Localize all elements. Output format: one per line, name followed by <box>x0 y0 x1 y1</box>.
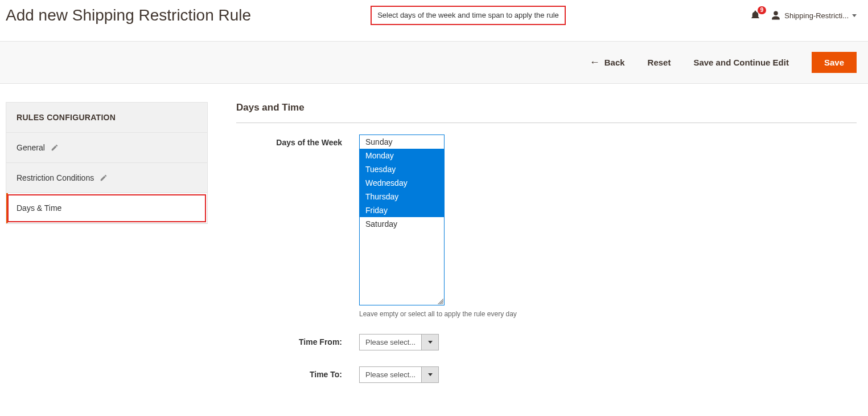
arrow-left-icon: ← <box>590 56 600 68</box>
user-icon <box>771 10 781 21</box>
day-option-wednesday[interactable]: Wednesday <box>360 176 444 190</box>
day-option-friday[interactable]: Friday <box>360 203 444 217</box>
days-hint: Leave empty or select all to apply the r… <box>359 310 857 318</box>
day-option-thursday[interactable]: Thursday <box>360 190 444 203</box>
save-continue-button[interactable]: Save and Continue Edit <box>693 58 789 67</box>
main-content: Days and Time Days of the Week Sunday Mo… <box>236 102 857 399</box>
day-option-saturday[interactable]: Saturday <box>360 217 444 231</box>
username-label: Shipping-Restricti... <box>784 11 849 20</box>
sidebar-title: RULES CONFIGURATION <box>6 103 207 133</box>
form-row-time-to: Time To: Please select... <box>236 366 857 383</box>
header-right: 9 Shipping-Restricti... <box>750 10 857 22</box>
days-multiselect[interactable]: Sunday Monday Tuesday Wednesday Thursday… <box>359 134 445 305</box>
page-title: Add new Shipping Restriction Rule <box>6 6 251 25</box>
sidebar: RULES CONFIGURATION General Restriction … <box>6 102 208 224</box>
time-to-control: Please select... <box>359 366 857 383</box>
time-from-control: Please select... <box>359 334 857 350</box>
sidebar-item-days-time[interactable]: Days & Time <box>6 193 207 223</box>
chevron-down-icon <box>428 373 433 376</box>
days-control: Sunday Monday Tuesday Wednesday Thursday… <box>359 134 857 318</box>
time-from-value: Please select... <box>359 334 422 350</box>
page-header: Add new Shipping Restriction Rule Select… <box>0 0 868 31</box>
time-to-select[interactable]: Please select... <box>359 366 857 383</box>
user-menu[interactable]: Shipping-Restricti... <box>771 10 857 21</box>
time-to-dropdown-button[interactable] <box>422 366 439 383</box>
sidebar-item-label: General <box>17 143 45 152</box>
chevron-down-icon <box>852 14 857 17</box>
day-option-sunday[interactable]: Sunday <box>360 135 444 149</box>
notification-badge: 9 <box>758 6 767 14</box>
notifications-button[interactable]: 9 <box>750 10 760 22</box>
pencil-icon <box>51 144 59 152</box>
sidebar-item-general[interactable]: General <box>6 133 207 163</box>
time-to-label: Time To: <box>236 366 359 379</box>
section-heading: Days and Time <box>236 102 857 123</box>
save-button[interactable]: Save <box>812 52 857 73</box>
time-from-label: Time From: <box>236 334 359 346</box>
sidebar-item-restriction-conditions[interactable]: Restriction Conditions <box>6 163 207 193</box>
time-from-select[interactable]: Please select... <box>359 334 857 350</box>
pencil-icon <box>100 174 108 182</box>
reset-button[interactable]: Reset <box>648 58 671 67</box>
resize-handle-icon[interactable] <box>438 299 443 304</box>
callout-annotation: Select days of the week and time span to… <box>371 6 566 25</box>
sidebar-item-label: Restriction Conditions <box>17 173 94 182</box>
day-option-monday[interactable]: Monday <box>360 149 444 162</box>
time-to-value: Please select... <box>359 366 422 383</box>
form-row-time-from: Time From: Please select... <box>236 334 857 350</box>
content-wrap: RULES CONFIGURATION General Restriction … <box>0 84 868 410</box>
time-from-dropdown-button[interactable] <box>422 334 439 350</box>
days-label: Days of the Week <box>236 134 359 147</box>
day-option-tuesday[interactable]: Tuesday <box>360 162 444 176</box>
back-label: Back <box>604 58 625 67</box>
form-row-days: Days of the Week Sunday Monday Tuesday W… <box>236 134 857 318</box>
sidebar-item-label: Days & Time <box>17 203 61 213</box>
chevron-down-icon <box>428 341 433 344</box>
back-button[interactable]: ← Back <box>590 56 625 68</box>
action-bar: ← Back Reset Save and Continue Edit Save <box>0 41 868 84</box>
